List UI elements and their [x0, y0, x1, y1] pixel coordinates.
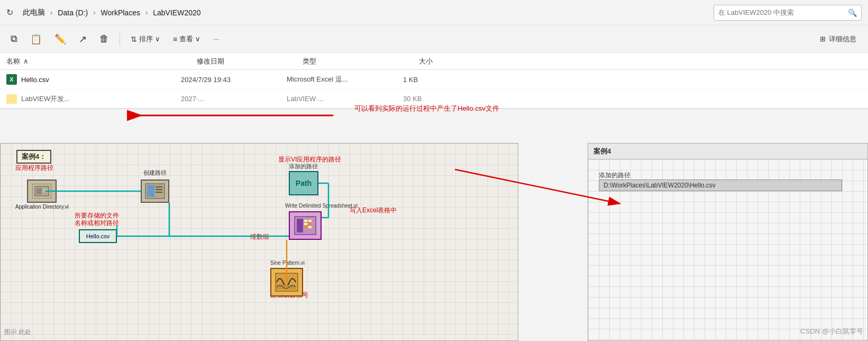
array-red-label: 一维数组 [244, 232, 269, 241]
bottom-label: 图示 此处 [4, 328, 31, 337]
file-size-hello: 1 KB [403, 76, 467, 84]
sort-dropdown-icon: ∨ [155, 35, 160, 43]
toolbar-separator [120, 33, 120, 46]
details-label: 详细信息 [829, 34, 856, 44]
view-label: 查看 [179, 34, 193, 44]
bc-sep-3: › [145, 8, 148, 16]
col-sort-arrow: ∧ [23, 57, 29, 65]
excel-icon: X [6, 74, 17, 85]
svg-rect-14 [308, 223, 312, 225]
file-list-container: 名称 ∧ 修改日期 类型 大小 X Hello.csv 2024/7/29 19… [0, 53, 868, 109]
path-vi-icon: Path [296, 179, 312, 187]
build-path-label: 创建路径 [143, 169, 167, 177]
app-path-red-label: 应用程序路径 [15, 164, 53, 173]
front-panel-title: 案例4 [593, 147, 611, 156]
svg-rect-16 [308, 226, 312, 228]
hello-csv-text: Hello.csv [86, 233, 110, 239]
svg-rect-10 [297, 219, 303, 232]
file-type-hello: Microsoft Excel 逗... [287, 75, 403, 84]
svg-rect-12 [308, 220, 312, 222]
bc-sep-1: › [50, 8, 52, 16]
col-size-header[interactable]: 大小 [419, 57, 482, 66]
app-dir-vi-label: Application Directory.vi [15, 204, 69, 210]
details-panel-icon: ⊞ [820, 35, 826, 43]
bc-workplaces[interactable]: WorkPlaces [97, 7, 143, 18]
file-size-lv: 30 KB [403, 95, 467, 103]
folder-icon [6, 94, 17, 104]
labview-diagram: 案例4： 应用程序路径 Application Directory.vi 创建路… [0, 143, 518, 341]
bc-labview[interactable]: LabVIEW2020 [150, 7, 204, 18]
fp-path-indicator: D:\WorkPlaces\LabVIEW2020\Hello.csv [599, 180, 842, 191]
svg-rect-15 [304, 226, 307, 228]
hello-csv-block[interactable]: Hello.csv [79, 229, 117, 243]
rename-icon: ✏️ [54, 33, 66, 45]
fp-add-path-label: 添加的路径 [599, 171, 631, 180]
add-path-label: 添加的路径 [289, 163, 318, 170]
file-name-lv: LabVIEW开发... [21, 94, 70, 104]
front-panel: 案例4 添加的路径 D:\WorkPlaces\LabVIEW2020\Hell… [588, 143, 868, 341]
file-name-hello: Hello.csv [21, 76, 49, 84]
build-path-block[interactable] [141, 180, 169, 203]
file-date-hello: 2024/7/29 19:43 [181, 76, 287, 84]
view-dropdown-icon: ∨ [195, 35, 200, 43]
svg-rect-5 [147, 185, 154, 197]
delete-icon: 🗑 [99, 33, 109, 44]
write-vi-red-label: 写入Excel表格中 [350, 206, 397, 215]
rename-button[interactable]: ✏️ [50, 31, 70, 47]
delete-button[interactable]: 🗑 [95, 31, 113, 47]
case-label: 案例4： [16, 150, 51, 164]
toolbar: ⧉ 📋 ✏️ ↗ 🗑 ⇅ 排序 ∨ ≡ 查看 ∨ [0, 25, 868, 53]
lv-grid [1, 143, 518, 340]
copy-button[interactable]: ⧉ [6, 31, 22, 47]
col-type-header[interactable]: 类型 [303, 57, 419, 66]
details-button[interactable]: ⊞ 详细信息 [815, 32, 862, 46]
write-vi-name: Write Delimited Spreadsheet.vi [285, 203, 358, 209]
hello-csv-annotation: 可以看到实际的运行过程中产生了Hello.csv文件 [354, 104, 499, 113]
path-vi-block[interactable]: Path [289, 171, 318, 195]
sort-label: 排序 [139, 34, 153, 44]
svg-rect-3 [43, 191, 46, 192]
col-name-header[interactable]: 名称 ∧ [6, 57, 197, 66]
file-type-lv: LabVIEW·... [287, 95, 403, 103]
sort-button[interactable]: ⇅ 排序 ∨ [126, 32, 165, 46]
bc-sep-2: › [93, 8, 95, 16]
front-panel-titlebar: 案例4 [588, 143, 867, 159]
col-name-label: 名称 [6, 57, 20, 66]
file-date-lv: 2027·... [181, 95, 287, 103]
svg-rect-2 [43, 189, 47, 190]
file-red-label2: 名称或相对路径 [75, 219, 119, 228]
copy-icon: ⧉ [11, 33, 17, 44]
file-name-cell-lv: LabVIEW开发... [6, 94, 181, 104]
share-icon: ↗ [79, 33, 87, 45]
sine-vi-block[interactable] [270, 268, 303, 297]
app-dir-vi-block[interactable]: Application Directory.vi [15, 180, 69, 210]
file-list-header: 名称 ∧ 修改日期 类型 大小 [0, 53, 868, 70]
search-box[interactable]: 🔍 [714, 5, 862, 21]
sort-icon: ⇅ [131, 35, 137, 43]
fp-path-value: D:\WorkPlaces\LabVIEW2020\Hello.csv [604, 182, 716, 189]
bc-computer[interactable]: 此电脑 [20, 7, 48, 19]
csdn-watermark: CSDN @小白鼠零号 [800, 327, 863, 336]
svg-rect-1 [36, 188, 42, 194]
more-button[interactable]: ··· [209, 33, 223, 45]
svg-rect-11 [304, 220, 307, 222]
table-row[interactable]: X Hello.csv 2024/7/29 19:43 Microsoft Ex… [0, 70, 868, 89]
search-input[interactable] [718, 8, 848, 16]
view-icon: ≡ [173, 35, 177, 43]
more-label: ··· [213, 35, 219, 43]
bc-drive[interactable]: Data (D:) [54, 7, 91, 18]
breadcrumb-bar: ↻ 此电脑 › Data (D:) › WorkPlaces › LabVIEW… [0, 0, 868, 25]
view-button[interactable]: ≡ 查看 ∨ [169, 32, 205, 46]
write-vi-block[interactable] [289, 211, 322, 240]
paste-button[interactable]: 📋 [26, 31, 46, 47]
file-name-cell-hello: X Hello.csv [6, 74, 181, 85]
svg-rect-13 [304, 223, 307, 225]
col-date-header[interactable]: 修改日期 [197, 57, 303, 66]
paste-icon: 📋 [30, 33, 42, 45]
search-icon[interactable]: 🔍 [848, 8, 857, 17]
refresh-button[interactable]: ↻ [6, 7, 13, 17]
share-button[interactable]: ↗ [75, 31, 91, 47]
sine-vi-name: Sine Pattern.vi [270, 260, 305, 266]
